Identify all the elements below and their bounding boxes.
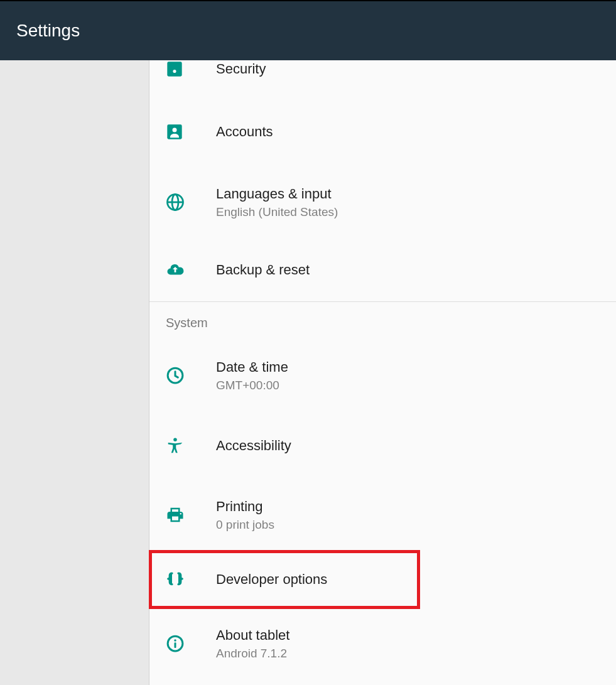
svg-point-10 bbox=[174, 639, 176, 642]
globe-icon bbox=[166, 193, 216, 212]
item-labels: Accounts bbox=[216, 123, 273, 141]
svg-rect-11 bbox=[175, 642, 176, 648]
item-title: Date & time bbox=[216, 359, 288, 377]
item-labels: Printing 0 print jobs bbox=[216, 498, 274, 532]
settings-item-about[interactable]: About tablet Android 7.1.2 bbox=[149, 609, 616, 678]
settings-item-accounts[interactable]: Accounts bbox=[149, 98, 616, 166]
svg-point-1 bbox=[173, 70, 176, 73]
settings-item-languages[interactable]: Languages & input English (United States… bbox=[149, 166, 616, 239]
item-subtitle: 0 print jobs bbox=[216, 518, 274, 532]
item-title: Backup & reset bbox=[216, 261, 310, 279]
page-title: Settings bbox=[16, 21, 80, 41]
item-subtitle: Android 7.1.2 bbox=[216, 647, 289, 661]
item-labels: Security bbox=[216, 60, 266, 78]
item-labels: Date & time GMT+00:00 bbox=[216, 359, 288, 393]
item-title: Security bbox=[216, 60, 266, 78]
braces-icon bbox=[166, 570, 216, 589]
settings-item-printing[interactable]: Printing 0 print jobs bbox=[149, 480, 616, 550]
item-labels: Languages & input English (United States… bbox=[216, 185, 338, 220]
svg-point-3 bbox=[173, 128, 177, 132]
printer-icon bbox=[166, 505, 216, 524]
person-icon bbox=[166, 123, 216, 141]
settings-item-datetime[interactable]: Date & time GMT+00:00 bbox=[149, 339, 616, 412]
settings-item-backup[interactable]: Backup & reset bbox=[149, 239, 616, 301]
settings-item-developer[interactable]: Developer options bbox=[149, 550, 616, 609]
item-subtitle: English (United States) bbox=[216, 205, 338, 219]
clock-icon bbox=[166, 366, 216, 385]
item-labels: Developer options bbox=[216, 571, 327, 589]
item-title: Accounts bbox=[216, 123, 273, 141]
item-labels: Backup & reset bbox=[216, 261, 310, 279]
settings-item-security[interactable]: Security bbox=[149, 60, 616, 98]
item-title: About tablet bbox=[216, 627, 289, 645]
security-icon bbox=[166, 60, 216, 78]
info-icon bbox=[166, 634, 216, 653]
accessibility-icon bbox=[166, 436, 216, 455]
content-wrap: Security Accounts Languages & input Engl… bbox=[0, 60, 616, 685]
settings-list[interactable]: Security Accounts Languages & input Engl… bbox=[149, 60, 616, 685]
item-title: Languages & input bbox=[216, 185, 338, 203]
item-title: Printing bbox=[216, 498, 274, 516]
item-labels: About tablet Android 7.1.2 bbox=[216, 627, 289, 661]
settings-item-accessibility[interactable]: Accessibility bbox=[149, 412, 616, 480]
item-title: Developer options bbox=[216, 571, 327, 589]
item-labels: Accessibility bbox=[216, 437, 291, 455]
svg-rect-0 bbox=[167, 62, 181, 76]
svg-point-8 bbox=[173, 438, 177, 442]
cloud-upload-icon bbox=[166, 261, 216, 279]
app-header: Settings bbox=[0, 0, 616, 60]
section-header-system: System bbox=[149, 302, 616, 339]
left-gutter bbox=[0, 60, 149, 685]
item-subtitle: GMT+00:00 bbox=[216, 379, 288, 392]
item-title: Accessibility bbox=[216, 437, 291, 455]
